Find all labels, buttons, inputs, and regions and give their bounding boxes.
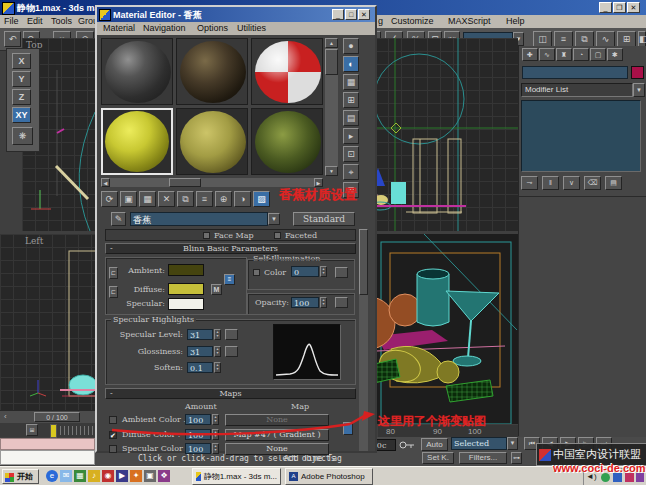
ambient-map-spinner[interactable]: ▴▾ — [212, 414, 219, 425]
macro-recorder-strip[interactable] — [0, 438, 95, 450]
object-name-field[interactable] — [522, 66, 628, 79]
axis-x-button[interactable]: X — [12, 53, 31, 69]
axis-xy-button[interactable]: XY — [12, 107, 31, 123]
time-slider[interactable]: ‹ 0 / 100 — [0, 410, 95, 423]
options-icon[interactable]: ⊡ — [343, 146, 359, 162]
self-illumination-map-button[interactable] — [335, 267, 348, 278]
tray-icon-1[interactable] — [601, 473, 610, 482]
specular-level-field[interactable]: 31 — [187, 329, 213, 340]
material-editor-minimize-icon[interactable]: _ — [332, 9, 344, 20]
material-editor-maximize-icon[interactable]: □ — [345, 9, 357, 20]
tab-display-icon[interactable]: ▢ — [590, 48, 606, 61]
opacity-value-field[interactable]: 100 — [291, 297, 319, 308]
task-button-photoshop[interactable]: A Adobe Photoshop — [285, 468, 373, 485]
tab-motion-icon[interactable]: ◔ — [573, 48, 589, 61]
make-copy-icon[interactable]: ⧉ — [177, 191, 194, 207]
quicklaunch-qq-icon[interactable]: ❖ — [158, 470, 170, 482]
diffuse-map-button[interactable]: Map #47 ( Gradient ) — [225, 429, 329, 441]
material-name-arrow-icon[interactable]: ▼ — [268, 213, 280, 225]
time-slider-arrow-left[interactable]: ‹ — [4, 412, 7, 421]
slot-hscroll-thumb[interactable] — [169, 178, 201, 187]
quicklaunch-player-icon[interactable]: ▶ — [116, 470, 128, 482]
rollout-scroll-thumb[interactable] — [359, 229, 368, 295]
video-color-check-icon[interactable]: ▤ — [343, 110, 359, 126]
key-filters-icon[interactable]: ⊶ — [511, 452, 522, 464]
set-key-button[interactable]: Set K. — [422, 452, 454, 464]
configure-modifier-sets-icon[interactable]: ▤ — [605, 176, 622, 190]
tab-create-icon[interactable]: ✚ — [522, 48, 538, 61]
axis-y-button[interactable]: Y — [12, 71, 31, 87]
tab-utilities-icon[interactable]: ✱ — [607, 48, 623, 61]
show-end-result-icon[interactable]: ‖ — [542, 176, 559, 190]
ambient-map-button[interactable]: None — [225, 414, 329, 426]
tray-icon-3[interactable] — [625, 473, 634, 482]
snap-flyout-icon[interactable]: ❋ — [12, 127, 33, 145]
menu-rendering-partial[interactable]: g — [378, 16, 383, 26]
viewport-camera[interactable] — [375, 234, 518, 424]
selection-filter-arrow-icon[interactable]: ▼ — [507, 437, 518, 450]
show-map-in-viewport-icon[interactable]: ▨ — [253, 191, 270, 207]
sample-uv-tiling-icon[interactable]: ⊞ — [343, 92, 359, 108]
put-material-scene-icon[interactable]: ▣ — [120, 191, 137, 207]
menu-maxscript[interactable]: MAXScript — [448, 16, 491, 26]
sample-slot-6[interactable] — [251, 108, 323, 175]
quicklaunch-acdsee-icon[interactable]: ✦ — [130, 470, 142, 482]
material-name-field[interactable]: 香蕉 — [130, 212, 268, 226]
diffuse-map-spinner[interactable]: ▴▾ — [212, 429, 219, 440]
menu-tools[interactable]: Tools — [51, 16, 72, 26]
undo-icon[interactable]: ↶ — [4, 31, 21, 47]
key-mode-icon[interactable]: ⊞ — [26, 424, 38, 436]
tray-icon-2[interactable] — [613, 473, 622, 482]
pick-material-eyedropper-icon[interactable]: ✎ — [111, 212, 126, 226]
sample-slot-1[interactable] — [101, 38, 173, 105]
rollout-scrollbar[interactable] — [359, 229, 368, 451]
diffuse-map-amount[interactable]: 100 — [185, 429, 211, 440]
backlight-icon[interactable]: ◐ — [343, 56, 359, 72]
specular-map-checkbox[interactable] — [109, 445, 117, 453]
select-by-material-icon[interactable]: ⌖ — [343, 164, 359, 180]
glossiness-map-button[interactable] — [225, 346, 238, 357]
object-color-swatch[interactable] — [631, 66, 644, 79]
modifier-list-arrow-icon[interactable]: ▼ — [633, 83, 645, 97]
close-button[interactable]: ✕ — [627, 2, 640, 13]
ambient-diffuse-lock-icon[interactable]: ⊏ — [109, 267, 118, 279]
make-unique-icon[interactable]: ∨ — [563, 176, 580, 190]
menu-navigation[interactable]: Navigation — [143, 23, 186, 33]
rollout-scroll-marker[interactable] — [343, 422, 353, 435]
lock-maps-icon[interactable]: ≡ — [224, 274, 235, 285]
viewport-left[interactable]: Left — [0, 234, 95, 414]
tray-icon-4[interactable] — [636, 473, 644, 482]
put-to-library-icon[interactable]: ⊕ — [215, 191, 232, 207]
sample-slot-5[interactable] — [176, 108, 248, 175]
specular-color-swatch[interactable] — [168, 298, 204, 310]
quicklaunch-desktop-icon[interactable]: ▦ — [74, 470, 86, 482]
quicklaunch-folder-icon[interactable]: ▣ — [144, 470, 156, 482]
menu-utilities[interactable]: Utilities — [237, 23, 266, 33]
sample-slot-4-selected[interactable] — [101, 108, 173, 175]
axis-z-button[interactable]: Z — [12, 89, 31, 105]
soften-field[interactable]: 0.1 — [187, 362, 213, 373]
diffuse-map-shortcut-button[interactable]: M — [211, 284, 222, 295]
assign-material-icon[interactable]: ▦ — [139, 191, 156, 207]
menu-edit[interactable]: Edit — [27, 16, 43, 26]
tab-modify-icon[interactable]: ∿ — [539, 48, 555, 61]
modifier-list-dropdown[interactable]: Modifier List — [521, 83, 633, 97]
glossiness-field[interactable]: 31 — [187, 346, 213, 357]
specular-map-button[interactable]: None — [225, 443, 329, 455]
menu-options[interactable]: Options — [197, 23, 228, 33]
menu-help[interactable]: Help — [506, 16, 525, 26]
selection-filter-dropdown[interactable]: Selected — [451, 437, 507, 450]
tab-hierarchy-icon[interactable]: ♜ — [556, 48, 572, 61]
faceted-checkbox[interactable] — [274, 232, 281, 239]
glossiness-spinner[interactable]: ▴▾ — [214, 346, 221, 357]
slot-scroll-left-icon[interactable]: ◀ — [101, 178, 110, 187]
diffuse-color-swatch[interactable] — [168, 283, 204, 295]
diffuse-specular-lock-icon[interactable]: ⊏ — [109, 286, 118, 298]
modifier-stack-list[interactable] — [521, 100, 641, 172]
ambient-map-checkbox[interactable] — [109, 416, 117, 424]
soften-spinner[interactable]: ▴▾ — [214, 362, 221, 373]
maps-rollout-header[interactable]: - Maps — [105, 388, 356, 399]
slot-scroll-up-icon[interactable]: ▲ — [325, 38, 338, 48]
task-button-3dsmax[interactable]: 静物1.max - 3ds m... — [192, 468, 281, 485]
specular-map-spinner[interactable]: ▴▾ — [212, 443, 219, 454]
